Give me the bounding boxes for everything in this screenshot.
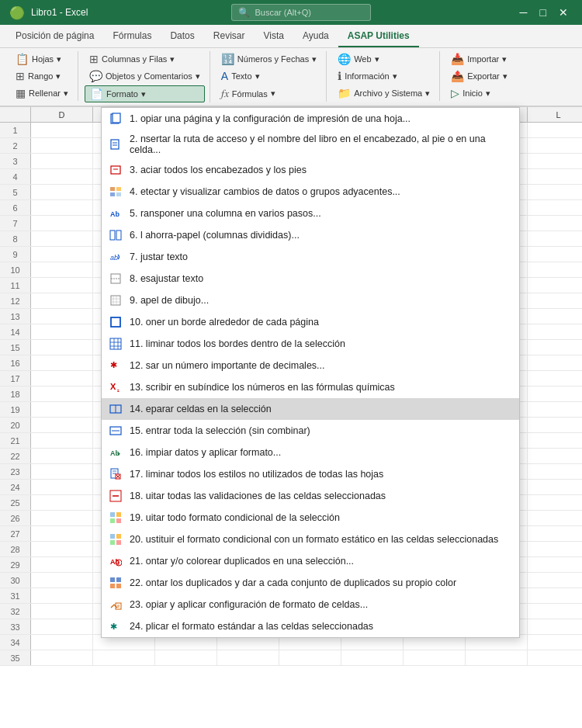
table-cell[interactable] xyxy=(528,293,582,308)
table-cell[interactable] xyxy=(31,588,93,603)
table-cell[interactable] xyxy=(31,154,93,168)
table-cell[interactable] xyxy=(31,387,93,401)
table-cell[interactable] xyxy=(31,262,93,277)
table-cell[interactable] xyxy=(31,464,93,479)
menu-item-10[interactable]: 10. oner un borde alrededor de cada pági… xyxy=(102,311,519,333)
table-cell[interactable] xyxy=(31,433,93,448)
table-cell[interactable] xyxy=(528,526,582,541)
table-cell[interactable] xyxy=(528,200,582,215)
table-cell[interactable] xyxy=(31,355,93,370)
table-cell[interactable] xyxy=(528,247,582,262)
table-cell[interactable] xyxy=(528,262,582,277)
table-cell[interactable] xyxy=(528,604,582,619)
menu-item-1[interactable]: 1. opiar una página y la configuración d… xyxy=(102,108,519,130)
ribbon-importar[interactable]: 📥 Importar ▾ xyxy=(446,51,512,67)
table-cell[interactable] xyxy=(528,355,582,370)
menu-item-6[interactable]: 6. l ahorra-papel (columnas divididas)..… xyxy=(102,224,519,246)
table-cell[interactable] xyxy=(31,619,93,634)
menu-item-16[interactable]: Ab16. impiar datos y aplicar formato... xyxy=(102,442,519,463)
tab-posicion-pagina[interactable]: Posición de página xyxy=(6,26,103,47)
table-cell[interactable] xyxy=(528,619,582,634)
table-cell[interactable] xyxy=(217,650,279,665)
tab-ayuda[interactable]: Ayuda xyxy=(293,26,338,47)
ribbon-texto[interactable]: A Texto ▾ xyxy=(217,68,321,84)
table-cell[interactable] xyxy=(93,650,155,665)
table-cell[interactable] xyxy=(31,309,93,324)
ribbon-hojas[interactable]: 📋 Hojas ▾ xyxy=(11,51,73,67)
menu-item-13[interactable]: X₂13. scribir en subíndice los números e… xyxy=(102,376,519,398)
menu-item-9[interactable]: 9. apel de dibujo... xyxy=(102,289,519,311)
menu-item-4[interactable]: 4. etectar y visualizar cambios de datos… xyxy=(102,181,519,203)
tab-formulas[interactable]: Fórmulas xyxy=(103,26,161,47)
table-cell[interactable] xyxy=(528,216,582,231)
table-cell[interactable] xyxy=(31,371,93,386)
table-cell[interactable] xyxy=(528,464,582,479)
table-cell[interactable] xyxy=(31,247,93,262)
table-cell[interactable] xyxy=(528,371,582,386)
ribbon-rellenar[interactable]: ▦ Rellenar ▾ xyxy=(11,85,73,101)
table-cell[interactable] xyxy=(528,231,582,246)
menu-item-18[interactable]: 18. uitar todas las validaciones de las … xyxy=(102,485,519,507)
table-cell[interactable] xyxy=(528,588,582,603)
menu-item-23[interactable]: 23. opiar y aplicar configuración de for… xyxy=(102,594,519,615)
ribbon-formato[interactable]: 📄 Formato ▾ xyxy=(85,85,205,102)
menu-item-21[interactable]: Ab221. ontar y/o colorear duplicados en … xyxy=(102,550,519,572)
ribbon-rango[interactable]: ⊞ Rango ▾ xyxy=(11,68,73,84)
table-cell[interactable] xyxy=(31,480,93,494)
menu-item-3[interactable]: 3. aciar todos los encabezados y los pie… xyxy=(102,159,519,181)
maximize-button[interactable]: □ xyxy=(535,6,551,19)
table-cell[interactable] xyxy=(31,604,93,619)
menu-item-20[interactable]: →20. ustituir el formato condicional con… xyxy=(102,529,519,550)
ribbon-objetos-comentarios[interactable]: 💬 Objetos y Comentarios ▾ xyxy=(85,68,205,84)
menu-item-2[interactable]: 2. nsertar la ruta de acceso y el nombre… xyxy=(102,130,519,159)
search-box[interactable]: 🔍 Buscar (Alt+Q) xyxy=(231,4,371,21)
ribbon-archivo-sistema[interactable]: 📁 Archivo y Sistema ▾ xyxy=(333,85,435,101)
table-cell[interactable] xyxy=(528,123,582,137)
table-cell[interactable] xyxy=(31,573,93,588)
table-cell[interactable] xyxy=(528,495,582,510)
table-cell[interactable] xyxy=(31,185,93,199)
table-cell[interactable] xyxy=(31,402,93,417)
table-cell[interactable] xyxy=(528,278,582,293)
table-cell[interactable] xyxy=(528,542,582,556)
table-cell[interactable] xyxy=(528,433,582,448)
ribbon-informacion[interactable]: ℹ Información ▾ xyxy=(333,68,435,84)
table-cell[interactable] xyxy=(528,169,582,184)
close-button[interactable]: ✕ xyxy=(554,6,573,19)
table-cell[interactable] xyxy=(31,169,93,184)
table-cell[interactable] xyxy=(466,650,528,665)
table-cell[interactable] xyxy=(31,231,93,246)
table-cell[interactable] xyxy=(341,650,404,665)
table-cell[interactable] xyxy=(528,324,582,339)
table-cell[interactable] xyxy=(528,340,582,355)
ribbon-inicio[interactable]: ▷ Inicio ▾ xyxy=(446,85,512,101)
table-cell[interactable] xyxy=(31,449,93,463)
table-cell[interactable] xyxy=(31,324,93,339)
table-cell[interactable] xyxy=(155,650,217,665)
table-cell[interactable] xyxy=(528,418,582,432)
table-cell[interactable] xyxy=(31,557,93,572)
table-cell[interactable] xyxy=(528,138,582,153)
table-cell[interactable] xyxy=(31,340,93,355)
tab-datos[interactable]: Datos xyxy=(161,26,203,47)
table-cell[interactable] xyxy=(31,495,93,510)
table-cell[interactable] xyxy=(528,650,582,665)
table-cell[interactable] xyxy=(528,635,582,650)
menu-item-17[interactable]: 17. liminar todos los estilos no utiliza… xyxy=(102,463,519,485)
table-cell[interactable] xyxy=(31,200,93,215)
table-cell[interactable] xyxy=(528,511,582,525)
ribbon-formulas[interactable]: 𝑓𝑥 Fórmulas ▾ xyxy=(217,85,321,102)
table-cell[interactable] xyxy=(31,123,93,137)
menu-item-22[interactable]: 22. ontar los duplicados y dar a cada co… xyxy=(102,572,519,594)
tab-asap-utilities[interactable]: ASAP Utilities xyxy=(338,26,419,47)
ribbon-numeros-fechas[interactable]: 🔢 Números y Fechas ▾ xyxy=(217,51,321,67)
table-cell[interactable] xyxy=(31,650,93,665)
table-cell[interactable] xyxy=(31,542,93,556)
table-cell[interactable] xyxy=(31,216,93,231)
ribbon-exportar[interactable]: 📤 Exportar ▾ xyxy=(446,68,512,84)
table-cell[interactable] xyxy=(31,511,93,525)
table-cell[interactable] xyxy=(404,650,466,665)
menu-item-5[interactable]: Ab5. ransponer una columna en varios pas… xyxy=(102,203,519,224)
menu-item-15[interactable]: 15. entrar toda la selección (sin combin… xyxy=(102,420,519,442)
menu-item-14[interactable]: 14. eparar celdas en la selección xyxy=(102,398,519,420)
